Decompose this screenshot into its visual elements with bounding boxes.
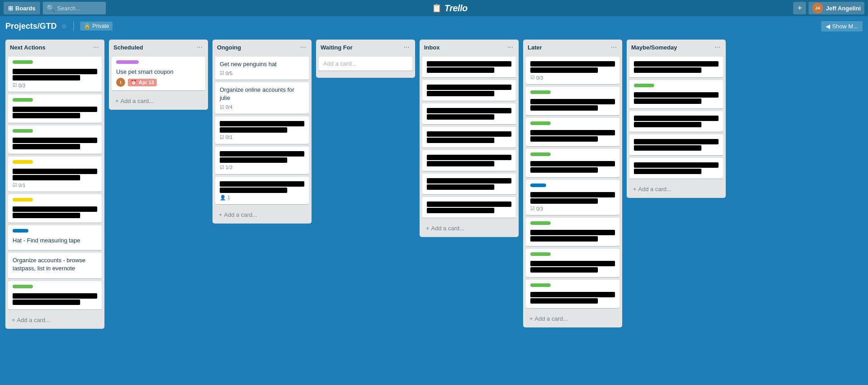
table-row[interactable] bbox=[526, 149, 619, 177]
list-cards-later: ☑ 0/3 ☑ 0/3 bbox=[523, 55, 622, 310]
table-row[interactable]: ☑ 0/1 bbox=[215, 116, 309, 144]
add-button[interactable]: + bbox=[793, 2, 806, 14]
table-row[interactable] bbox=[526, 87, 619, 115]
card-title bbox=[427, 61, 511, 73]
card-badges: ☑ 0/1 bbox=[220, 134, 304, 140]
table-row[interactable] bbox=[422, 80, 516, 101]
checklist-icon: ☑ bbox=[13, 82, 17, 88]
card-label bbox=[13, 160, 33, 164]
checklist-badge: ☑ 0/1 bbox=[220, 134, 232, 140]
checklist-icon: ☑ bbox=[13, 182, 17, 188]
list-menu-button[interactable]: ··· bbox=[299, 43, 307, 51]
table-row[interactable] bbox=[629, 134, 723, 155]
card-title bbox=[530, 61, 615, 73]
table-row[interactable]: 👤 1 bbox=[215, 177, 309, 204]
table-row[interactable]: ☑ 0/3 bbox=[8, 57, 102, 92]
boards-grid-icon: ⊞ bbox=[8, 5, 13, 12]
table-row[interactable] bbox=[629, 158, 723, 179]
table-row[interactable] bbox=[8, 125, 102, 154]
card-title bbox=[220, 151, 304, 163]
add-card-button[interactable]: + Add a card... bbox=[526, 313, 619, 325]
add-card-label: Add a card... bbox=[17, 317, 50, 323]
table-row[interactable]: Hat - Find measuring tape bbox=[8, 225, 102, 250]
table-row[interactable]: Get new penguins hat ☑ 0/5 bbox=[215, 57, 309, 80]
table-row[interactable]: Organize online accounts for julie ☑ 0/4 bbox=[215, 82, 309, 113]
checklist-count: 0/1 bbox=[18, 183, 25, 188]
list-title: Waiting For bbox=[321, 44, 353, 51]
add-card-placeholder[interactable]: Add a card... bbox=[319, 57, 412, 71]
star-icon[interactable]: ☆ bbox=[61, 22, 67, 30]
search-bar[interactable]: 🔍 bbox=[43, 2, 106, 14]
table-row[interactable] bbox=[526, 218, 619, 246]
card-title bbox=[427, 155, 511, 166]
search-icon: 🔍 bbox=[46, 4, 55, 13]
table-row[interactable] bbox=[526, 118, 619, 146]
table-row[interactable]: ☑ 0/3 bbox=[526, 57, 619, 84]
table-row[interactable] bbox=[8, 94, 102, 123]
card-label bbox=[13, 60, 33, 64]
table-row[interactable] bbox=[629, 111, 723, 132]
card-badges: 👤 1 bbox=[220, 195, 304, 201]
table-row[interactable] bbox=[422, 57, 516, 77]
lock-icon: 🔒 bbox=[84, 23, 90, 29]
table-row[interactable]: ☑ 0/1 bbox=[8, 157, 102, 192]
top-navigation: ⊞ Boards 🔍 📋 Trello + JA Jeff Angelini bbox=[0, 0, 868, 16]
checklist-badge: ☑ 1/2 bbox=[220, 165, 232, 170]
card-title bbox=[427, 108, 511, 120]
card-title bbox=[13, 138, 97, 149]
avatar: JA bbox=[812, 3, 823, 13]
card-title bbox=[530, 230, 615, 242]
table-row[interactable]: Organize accounts - browse lastpass, lis… bbox=[8, 253, 102, 278]
list-cards-next-actions: ☑ 0/3 ☑ 0/1 Hat - Find measuring tapeOrg… bbox=[5, 55, 104, 311]
add-card-button[interactable]: + Add a card... bbox=[422, 222, 516, 234]
list-menu-button[interactable]: ··· bbox=[610, 43, 618, 51]
add-card-button[interactable]: + Add a card... bbox=[629, 183, 723, 195]
table-row[interactable] bbox=[422, 197, 516, 218]
add-card-button[interactable]: + Add a card... bbox=[8, 314, 102, 326]
board-title[interactable]: Projects/GTD bbox=[5, 22, 57, 31]
nav-right: + JA Jeff Angelini bbox=[793, 2, 864, 14]
table-row[interactable] bbox=[526, 249, 619, 277]
list-header-scheduled: Scheduled ··· bbox=[109, 40, 208, 55]
board-content: Next Actions ··· ☑ 0/3 ☑ 0/1 Hat - Find … bbox=[0, 36, 868, 385]
table-row[interactable] bbox=[422, 150, 516, 171]
search-input[interactable] bbox=[57, 5, 102, 12]
add-card-button[interactable]: + Add a card... bbox=[112, 95, 205, 107]
list-footer-maybe-someday: + Add a card... bbox=[627, 180, 726, 198]
add-card-label: Add a card... bbox=[431, 225, 465, 232]
table-row[interactable]: ☑ 1/2 bbox=[215, 147, 309, 174]
card-title bbox=[530, 192, 615, 204]
list-header-ongoing: Ongoing ··· bbox=[212, 40, 312, 55]
table-row[interactable]: ☑ 0/3 bbox=[526, 180, 619, 215]
table-row[interactable] bbox=[422, 103, 516, 124]
list-menu-button[interactable]: ··· bbox=[196, 43, 203, 51]
add-card-label: Add a card... bbox=[121, 98, 154, 104]
card-title bbox=[530, 99, 615, 111]
card-label bbox=[13, 229, 28, 233]
list-menu-button[interactable]: ··· bbox=[714, 43, 721, 51]
boards-button[interactable]: ⊞ Boards bbox=[4, 2, 40, 14]
plus-icon: + bbox=[12, 317, 15, 323]
table-row[interactable] bbox=[8, 281, 102, 309]
plus-icon: + bbox=[115, 98, 119, 104]
divider bbox=[73, 22, 74, 31]
list-header-later: Later ··· bbox=[523, 40, 622, 55]
table-row[interactable]: Use pet smart coupon1⏰Apr 13 bbox=[112, 57, 205, 90]
card-title bbox=[634, 139, 719, 151]
table-row[interactable] bbox=[422, 127, 516, 148]
table-row[interactable] bbox=[526, 280, 619, 308]
list-menu-button[interactable]: ··· bbox=[506, 43, 514, 51]
list-header-waiting-for: Waiting For ··· bbox=[316, 40, 415, 55]
checklist-icon: ☑ bbox=[220, 134, 224, 140]
list-menu-button[interactable]: ··· bbox=[92, 43, 100, 51]
table-row[interactable] bbox=[8, 194, 102, 223]
add-card-button[interactable]: + Add a card... bbox=[215, 209, 309, 221]
privacy-badge[interactable]: 🔒 Private bbox=[80, 22, 113, 31]
show-menu-button[interactable]: ◀ Show M... bbox=[821, 21, 863, 31]
table-row[interactable] bbox=[629, 80, 723, 108]
user-menu-button[interactable]: JA Jeff Angelini bbox=[809, 2, 864, 14]
table-row[interactable] bbox=[629, 57, 723, 77]
list-menu-button[interactable]: ··· bbox=[403, 43, 411, 51]
table-row[interactable] bbox=[422, 174, 516, 194]
list-title: Later bbox=[528, 44, 542, 51]
